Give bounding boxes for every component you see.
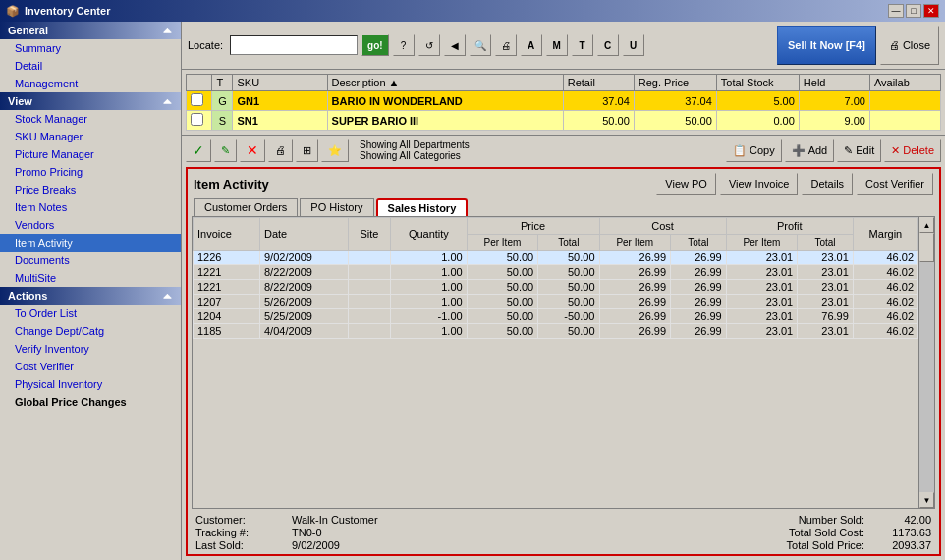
showing-line1: Showing All Departments bbox=[360, 140, 723, 150]
number-sold-value: 42.00 bbox=[872, 514, 931, 526]
col-total-stock: Total Stock bbox=[716, 75, 799, 91]
sidebar-item-physical-inventory[interactable]: Physical Inventory bbox=[0, 375, 181, 393]
tracking-value: TN0-0 bbox=[292, 527, 322, 538]
sidebar-item-change-dept-catg[interactable]: Change Dept/Catg bbox=[0, 322, 181, 340]
customer-label: Customer: bbox=[195, 514, 284, 526]
close-window-button[interactable]: ✕ bbox=[923, 4, 939, 18]
table-row[interactable]: 1221 8/22/2009 1.00 50.00 50.00 26.99 26… bbox=[194, 280, 918, 295]
add-button[interactable]: ➕ Add bbox=[785, 139, 835, 162]
go-button[interactable]: go! bbox=[361, 34, 389, 56]
tab-po-history[interactable]: PO History bbox=[300, 198, 373, 216]
total-sold-price-label: Total Sold Price: bbox=[776, 539, 864, 551]
c-button[interactable]: C bbox=[597, 34, 619, 56]
sidebar-section-view[interactable]: View ⏶ bbox=[0, 92, 181, 110]
delete-icon: ✕ bbox=[891, 144, 900, 157]
col-profit-total: Total bbox=[798, 235, 854, 251]
sidebar-item-picture-manager[interactable]: Picture Manager bbox=[0, 145, 181, 163]
main-toolbar: Locate: go! ? ↺ ◀ 🔍 🖨 A M T C U Sell It … bbox=[182, 22, 945, 70]
row-checkbox-2[interactable] bbox=[191, 113, 203, 126]
view-invoice-button[interactable]: View Invoice bbox=[720, 173, 799, 195]
col-type: T bbox=[212, 75, 233, 91]
view-button[interactable]: ⊞ bbox=[296, 139, 318, 162]
sidebar-item-cost-verifier[interactable]: Cost Verifier bbox=[0, 358, 181, 375]
search-button[interactable]: 🔍 bbox=[470, 34, 491, 56]
row-checkbox-1[interactable] bbox=[191, 93, 203, 106]
sidebar-item-documents[interactable]: Documents bbox=[0, 252, 181, 269]
edit-button[interactable]: ✎ Edit bbox=[837, 139, 881, 162]
col-invoice: Invoice bbox=[194, 218, 260, 251]
details-button[interactable]: Details bbox=[802, 173, 853, 195]
sidebar-item-management[interactable]: Management bbox=[0, 75, 181, 92]
scroll-thumb[interactable] bbox=[919, 233, 934, 262]
title-bar: 📦 Inventory Center — □ ✕ bbox=[0, 0, 945, 22]
print-button[interactable]: 🖨 bbox=[495, 34, 517, 56]
sidebar-item-global-price-changes[interactable]: Global Price Changes bbox=[0, 393, 181, 411]
sidebar-item-promo-pricing[interactable]: Promo Pricing bbox=[0, 163, 181, 181]
col-cost-total: Total bbox=[671, 235, 727, 251]
u-button[interactable]: U bbox=[623, 34, 644, 56]
col-available: Availab bbox=[869, 75, 940, 91]
total-sold-cost-label: Total Sold Cost: bbox=[776, 527, 864, 538]
showing-text: Showing All Departments Showing All Cate… bbox=[352, 140, 723, 161]
footer-right: Number Sold: 42.00 Total Sold Cost: 1173… bbox=[776, 514, 931, 551]
copy-button[interactable]: 📋 Copy bbox=[726, 139, 782, 162]
refresh-button[interactable]: ↺ bbox=[418, 34, 440, 56]
table-row[interactable]: 1204 5/25/2009 -1.00 50.00 -50.00 26.99 … bbox=[194, 309, 918, 324]
sidebar-item-price-breaks[interactable]: Price Breaks bbox=[0, 181, 181, 198]
sidebar-item-vendors[interactable]: Vendors bbox=[0, 216, 181, 234]
minimize-button[interactable]: — bbox=[888, 4, 904, 18]
table-row[interactable]: 1226 9/02/2009 1.00 50.00 50.00 26.99 26… bbox=[194, 251, 918, 265]
close-label: Close bbox=[903, 39, 930, 51]
sidebar-item-item-notes[interactable]: Item Notes bbox=[0, 198, 181, 216]
sell-it-now-button[interactable]: Sell It Now [F4] bbox=[777, 26, 876, 65]
table-row[interactable]: S SN1 SUPER BARIO III 50.00 50.00 0.00 9… bbox=[187, 111, 941, 131]
locate-input[interactable] bbox=[230, 35, 358, 55]
m-button[interactable]: M bbox=[546, 34, 568, 56]
footer-left: Customer: Walk-In Customer Tracking #: T… bbox=[195, 514, 378, 551]
scroll-up-button[interactable]: ▲ bbox=[919, 217, 934, 233]
print2-button[interactable]: 🖨 bbox=[268, 139, 293, 162]
col-cost-per-item: Per Item bbox=[599, 235, 671, 251]
sidebar-section-general[interactable]: General ⏶ bbox=[0, 22, 181, 39]
help-button[interactable]: ? bbox=[393, 34, 415, 56]
cost-verifier-button[interactable]: Cost Verifier bbox=[857, 173, 933, 195]
sidebar-item-summary[interactable]: Summary bbox=[0, 39, 181, 57]
check-button[interactable]: ✓ bbox=[186, 139, 211, 162]
view-po-button[interactable]: View PO bbox=[656, 173, 716, 195]
sidebar-item-item-activity[interactable]: Item Activity bbox=[0, 234, 181, 252]
last-sold-value: 9/02/2009 bbox=[292, 539, 340, 551]
item-table-area: T SKU Description ▲ Retail Reg. Price To… bbox=[182, 70, 945, 135]
table-row[interactable]: 1221 8/22/2009 1.00 50.00 50.00 26.99 26… bbox=[194, 265, 918, 280]
sidebar-item-to-order-list[interactable]: To Order List bbox=[0, 305, 181, 322]
sidebar-item-verify-inventory[interactable]: Verify Inventory bbox=[0, 340, 181, 358]
sidebar-item-detail[interactable]: Detail bbox=[0, 57, 181, 75]
scroll-down-button[interactable]: ▼ bbox=[919, 492, 934, 508]
delete-button[interactable]: ✕ Delete bbox=[884, 139, 941, 162]
table-row[interactable]: G GN1 BARIO IN WONDERLAND 37.04 37.04 5.… bbox=[187, 91, 941, 111]
sidebar-item-multisite[interactable]: MultiSite bbox=[0, 269, 181, 287]
a-button[interactable]: A bbox=[521, 34, 542, 56]
close-button[interactable]: 🖨 Close bbox=[880, 26, 939, 65]
col-held: Held bbox=[799, 75, 869, 91]
sidebar-item-sku-manager[interactable]: SKU Manager bbox=[0, 128, 181, 145]
item-table-scroll: T SKU Description ▲ Retail Reg. Price To… bbox=[186, 74, 941, 131]
back-button[interactable]: ◀ bbox=[444, 34, 466, 56]
item-table: T SKU Description ▲ Retail Reg. Price To… bbox=[186, 74, 941, 131]
sidebar-item-stock-manager[interactable]: Stock Manager bbox=[0, 110, 181, 128]
locate-label: Locate: bbox=[188, 39, 223, 51]
edit-check-button[interactable]: ✎ bbox=[214, 139, 237, 162]
tab-sales-history[interactable]: Sales History bbox=[376, 198, 469, 216]
maximize-button[interactable]: □ bbox=[906, 4, 921, 18]
sidebar-section-actions[interactable]: Actions ⏶ bbox=[0, 287, 181, 305]
x-button[interactable]: ✕ bbox=[240, 139, 265, 162]
tab-customer-orders[interactable]: Customer Orders bbox=[194, 198, 298, 216]
activity-panel-header: Item Activity View PO View Invoice Detai… bbox=[188, 169, 939, 198]
col-margin: Margin bbox=[853, 218, 917, 251]
star-button[interactable]: ⭐ bbox=[321, 139, 349, 162]
table-row[interactable]: 1207 5/26/2009 1.00 50.00 50.00 26.99 26… bbox=[194, 295, 918, 309]
col-description: Description ▲ bbox=[327, 75, 563, 91]
t-button[interactable]: T bbox=[572, 34, 593, 56]
sidebar: General ⏶ Summary Detail Management View… bbox=[0, 22, 182, 560]
vertical-scrollbar[interactable]: ▲ ▼ bbox=[918, 217, 934, 508]
table-row[interactable]: 1185 4/04/2009 1.00 50.00 50.00 26.99 26… bbox=[194, 324, 918, 339]
